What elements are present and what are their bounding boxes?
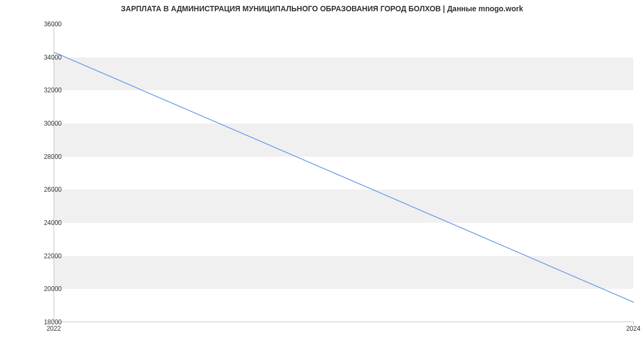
x-tick-label: 2024 — [626, 325, 641, 332]
plot-area — [54, 24, 633, 322]
y-tick-label: 36000 — [30, 20, 62, 28]
x-tick-mark — [54, 322, 54, 325]
y-tick-mark — [51, 157, 54, 157]
y-tick-label: 30000 — [30, 120, 62, 127]
y-tick-mark — [51, 190, 54, 190]
x-tick-label: 2022 — [47, 325, 61, 332]
y-tick-mark — [51, 289, 54, 289]
y-tick-label: 20000 — [30, 285, 62, 293]
y-tick-mark — [51, 256, 54, 257]
data-line — [54, 52, 634, 302]
y-tick-mark — [51, 90, 54, 91]
y-tick-label: 34000 — [30, 54, 62, 61]
y-tick-mark — [51, 24, 54, 25]
y-tick-mark — [51, 123, 54, 124]
y-tick-label: 32000 — [30, 86, 62, 94]
chart-title: ЗАРПЛАТА В АДМИНИСТРАЦИЯ МУНИЦИПАЛЬНОГО … — [0, 4, 644, 13]
y-tick-label: 28000 — [30, 153, 62, 161]
y-tick-mark — [51, 223, 54, 223]
chart-container: ЗАРПЛАТА В АДМИНИСТРАЦИЯ МУНИЦИПАЛЬНОГО … — [0, 0, 644, 349]
y-tick-mark — [51, 57, 54, 58]
line-series — [54, 24, 633, 322]
y-tick-label: 24000 — [30, 219, 62, 227]
y-tick-label: 22000 — [30, 252, 62, 260]
x-tick-mark — [633, 322, 634, 325]
y-tick-label: 26000 — [30, 186, 62, 193]
